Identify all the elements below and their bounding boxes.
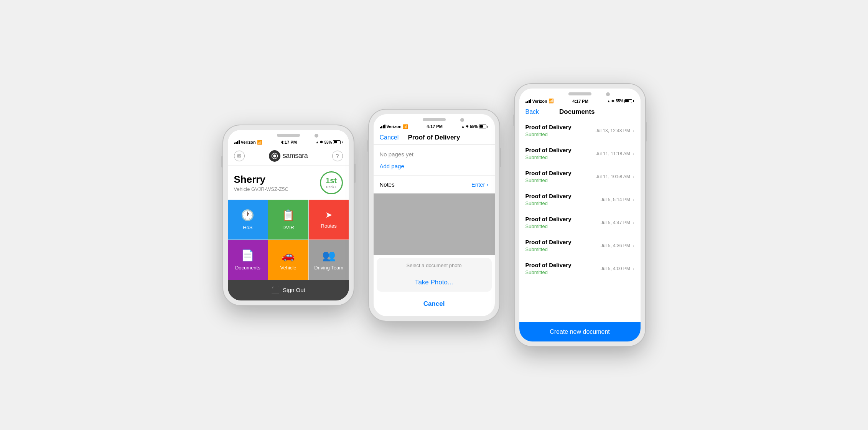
battery-icon xyxy=(333,140,341,144)
document-list-item[interactable]: Proof of Delivery Submitted Jul 13, 12:4… xyxy=(519,119,641,142)
nav-bar-3: Back Documents xyxy=(519,105,641,119)
photo-cancel-button[interactable]: Cancel xyxy=(377,295,492,313)
document-list-item[interactable]: Proof of Delivery Submitted Jul 11, 11:1… xyxy=(519,142,641,165)
battery-tip xyxy=(342,141,343,143)
driving-team-icon: 👥 xyxy=(322,249,336,262)
phone-speaker xyxy=(277,134,300,137)
chevron-right-icon: › xyxy=(632,197,634,203)
user-vehicle: Vehicle GVJR-WSZ-Z5C xyxy=(234,186,288,192)
loc-icon-2: ▲ xyxy=(461,125,465,128)
doc-date: Jul 13, 12:43 PM xyxy=(596,128,630,133)
chevron-right-icon: › xyxy=(632,266,634,272)
driving-team-button[interactable]: 👥 Driving Team xyxy=(309,240,349,280)
battery-3: 55% xyxy=(616,99,623,103)
document-list-item[interactable]: Proof of Delivery Submitted Jul 5, 4:47 … xyxy=(519,211,641,234)
battery-icon-3 xyxy=(624,99,632,103)
rank-badge[interactable]: 1st Rank › xyxy=(320,171,343,194)
app-logo-area: samsara xyxy=(269,150,308,162)
signal-icon-2 xyxy=(380,125,385,128)
dvir-button[interactable]: 📋 DVIR xyxy=(268,200,308,240)
time-2: 4:17 PM xyxy=(427,124,443,129)
back-button[interactable]: Back xyxy=(525,108,539,115)
document-list-item[interactable]: Proof of Delivery Submitted Jul 5, 5:14 … xyxy=(519,188,641,211)
pod-section: No pages yet Add page xyxy=(374,145,495,176)
sign-out-label: Sign Out xyxy=(283,287,305,293)
battery-tip-3 xyxy=(633,100,634,102)
doc-name: Proof of Delivery xyxy=(525,193,572,199)
doc-name: Proof of Delivery xyxy=(525,124,572,130)
hos-label: HoS xyxy=(243,225,252,230)
document-list-item[interactable]: Proof of Delivery Submitted Jul 11, 10:5… xyxy=(519,165,641,188)
doc-name: Proof of Delivery xyxy=(525,239,572,245)
driving-team-label: Driving Team xyxy=(314,265,343,271)
sign-out-icon: ⬛ xyxy=(271,286,280,294)
add-page-button[interactable]: Add page xyxy=(380,163,489,169)
doc-name: Proof of Delivery xyxy=(525,216,572,222)
notes-enter-label: Enter xyxy=(471,181,485,188)
photo-title: Select a document photo xyxy=(377,258,492,273)
time-label: 4:17 PM xyxy=(281,140,297,144)
wifi-icon: 📶 xyxy=(257,140,262,145)
notes-enter[interactable]: Enter › xyxy=(471,181,489,188)
doc-date: Jul 5, 4:36 PM xyxy=(601,243,630,248)
doc-name: Proof of Delivery xyxy=(525,170,572,176)
documents-label: Documents xyxy=(235,265,260,271)
app-name: samsara xyxy=(283,152,308,160)
document-list-item[interactable]: Proof of Delivery Submitted Jul 5, 4:36 … xyxy=(519,234,641,257)
wifi-icon-3: 📶 xyxy=(548,98,554,103)
doc-date: Jul 11, 11:18 AM xyxy=(596,151,630,156)
battery-icon-2 xyxy=(479,125,486,128)
notes-row: Notes Enter › xyxy=(374,176,495,193)
status-bar-1: Verizon 📶 4:17 PM ▲ ✱ 55% xyxy=(228,138,349,146)
phone2-camera xyxy=(460,118,464,122)
hos-icon: 🕐 xyxy=(241,209,254,222)
bt-icon-2: ✱ xyxy=(466,125,469,128)
chevron-right-icon: › xyxy=(632,220,634,226)
vehicle-button[interactable]: 🚗 Vehicle xyxy=(268,240,308,280)
dvir-icon: 📋 xyxy=(282,209,295,222)
chevron-right-icon: › xyxy=(632,151,634,157)
documents-button[interactable]: 📄 Documents xyxy=(228,240,268,280)
notes-label: Notes xyxy=(380,181,395,188)
take-photo-button[interactable]: Take Photo... xyxy=(377,273,492,292)
nav-bar-2: Cancel Proof of Delivery xyxy=(374,131,495,145)
time-3: 4:17 PM xyxy=(572,99,588,103)
carrier-2: Verizon xyxy=(387,124,402,129)
routes-button[interactable]: ➤ Routes xyxy=(309,200,349,240)
doc-status: Submitted xyxy=(525,131,572,137)
user-name: Sherry xyxy=(234,174,288,185)
help-icon[interactable]: ? xyxy=(332,151,343,161)
doc-status: Submitted xyxy=(525,154,572,160)
bluetooth-icon: ✱ xyxy=(320,140,323,144)
grid-buttons: 🕐 HoS 📋 DVIR ➤ Routes 📄 Documents 🚗 Vehi… xyxy=(228,200,349,280)
mail-icon[interactable]: ✉ xyxy=(234,151,245,161)
dvir-label: DVIR xyxy=(282,225,294,230)
hos-button[interactable]: 🕐 HoS xyxy=(228,200,268,240)
nav-title-3: Documents xyxy=(559,108,595,116)
doc-status: Submitted xyxy=(525,223,572,229)
battery-tip-2 xyxy=(488,126,488,128)
wifi-icon-2: 📶 xyxy=(403,124,408,129)
user-section: Sherry Vehicle GVJR-WSZ-Z5C 1st Rank › xyxy=(228,166,349,200)
photo-action-sheet: Select a document photo Take Photo... xyxy=(377,258,492,292)
doc-name: Proof of Delivery xyxy=(525,262,572,268)
nav-title-2: Proof of Delivery xyxy=(408,134,460,141)
signal-icon xyxy=(234,140,240,144)
phone-1: Verizon 📶 4:17 PM ▲ ✱ 55% ✉ xyxy=(223,125,354,305)
app-header: ✉ samsara ? xyxy=(228,146,349,166)
carrier-label: Verizon xyxy=(241,140,256,144)
document-list: Proof of Delivery Submitted Jul 13, 12:4… xyxy=(519,119,641,300)
vehicle-icon: 🚗 xyxy=(282,249,295,262)
document-list-item[interactable]: Proof of Delivery Submitted Jul 5, 4:00 … xyxy=(519,257,641,280)
phone3-speaker xyxy=(568,92,591,95)
create-document-button[interactable]: Create new document xyxy=(519,322,641,341)
doc-status: Submitted xyxy=(525,246,572,252)
sign-out-button[interactable]: ⬛ Sign Out xyxy=(228,280,349,300)
notes-chevron-icon: › xyxy=(487,181,489,188)
cancel-nav-button[interactable]: Cancel xyxy=(380,134,399,141)
phone-camera xyxy=(315,134,318,138)
routes-label: Routes xyxy=(321,223,337,229)
chevron-right-icon: › xyxy=(632,174,634,180)
pod-gray-area xyxy=(374,194,495,255)
rank-number: 1st xyxy=(326,176,337,185)
